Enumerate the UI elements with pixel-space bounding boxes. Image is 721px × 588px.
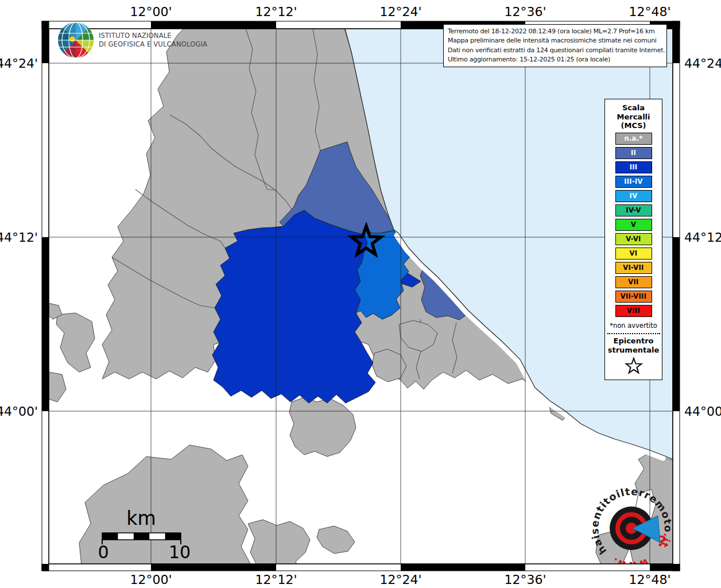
axis-label-top: 12°36'	[504, 5, 546, 19]
legend-epicenter-star-icon	[624, 357, 644, 376]
axis-label-top: 12°48'	[629, 5, 670, 19]
legend-footnote: *non avvertito	[610, 322, 657, 330]
axis-label-left: 44°12'	[0, 230, 38, 245]
axis-label-bottom: 12°24'	[379, 572, 421, 587]
axis-label-right: 44°12'	[684, 230, 721, 245]
axis-label-right: 44°24'	[684, 56, 721, 71]
legend-chip-iii-iv: III-IV	[615, 176, 652, 188]
intensity-legend: Scala Mercalli (MCS) n.a.* II III III-IV…	[604, 99, 662, 380]
legend-chip-iv-v: IV-V	[615, 204, 652, 216]
axis-label-left: 44°00'	[0, 404, 38, 419]
ingv-name-line2: DI GEOFISICA E VULCANOLOGIA	[99, 40, 207, 48]
legend-chip-iv: IV	[615, 190, 652, 202]
axis-label-right: 44°00'	[684, 404, 721, 419]
info-line-updated: Ultimo aggiornamento: 15-12-2025 01:25 (…	[448, 55, 662, 64]
legend-divider	[607, 333, 660, 334]
legend-chip-ii: II	[615, 147, 652, 159]
legend-epicenter-title-line: Epicentro	[614, 336, 654, 346]
legend-chip-vi-vii: VI-VII	[615, 262, 652, 274]
scale-end-label: 10	[169, 542, 191, 562]
axis-label-top: 12°12'	[255, 5, 297, 19]
axis-label-bottom: 12°12'	[255, 572, 297, 587]
legend-chip-na: n.a.*	[615, 133, 652, 145]
axis-label-left: 44°24'	[0, 56, 38, 71]
legend-title-line: (MCS)	[621, 121, 646, 130]
info-line-data-source: Dati non verificati estratti da 124 ques…	[448, 46, 662, 55]
legend-chip-viii: VIII	[615, 305, 652, 317]
legend-epicenter-title-line: strumentale	[608, 346, 660, 355]
legend-chip-v-vi: V-VI	[615, 233, 652, 245]
info-line-event: Terremoto del 18-12-2022 08:12:49 (ora l…	[448, 27, 662, 36]
earthquake-info-box: Terremoto del 18-12-2022 08:12:49 (ora l…	[443, 24, 667, 67]
info-line-map-type: Mappa preliminare delle intensità macros…	[448, 36, 662, 45]
macroseismic-map-page: km 0 10 haisentitoilterremoto.it www.	[0, 0, 721, 588]
legend-title-line: Scala	[622, 103, 645, 113]
legend-title-line: Mercalli	[617, 113, 650, 122]
scale-km-label: km	[126, 507, 156, 529]
legend-chip-vi: VI	[615, 247, 652, 260]
ingv-globe-icon	[58, 22, 94, 58]
legend-chip-v: V	[615, 219, 652, 231]
ingv-name-line1: ISTITUTO NAZIONALE	[99, 32, 172, 40]
legend-chip-vii: VII	[615, 276, 652, 288]
axis-label-top: 12°00'	[130, 5, 172, 19]
scale-start-label: 0	[98, 542, 108, 562]
axis-label-bottom: 12°48'	[629, 572, 670, 587]
legend-chip-iii: III	[615, 161, 652, 173]
axis-label-bottom: 12°36'	[504, 572, 546, 587]
legend-chip-vii-viii: VII-VIII	[615, 291, 652, 303]
axis-label-bottom: 12°00'	[130, 572, 172, 587]
axis-label-top: 12°24'	[379, 5, 421, 19]
